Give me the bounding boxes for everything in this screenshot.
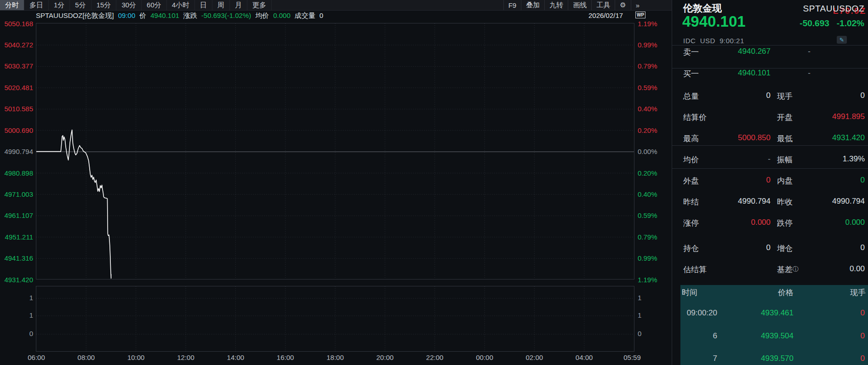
- time-axis-label: 02:00: [526, 354, 543, 361]
- pencil-icon: ✎: [839, 37, 844, 43]
- tab-period-4[interactable]: 15分: [91, 0, 117, 10]
- info-icon[interactable]: ⓘ: [793, 266, 799, 273]
- volume-chart-canvas[interactable]: [36, 286, 634, 352]
- time-axis-label: 20:00: [377, 354, 394, 361]
- price-label: 价: [139, 11, 146, 20]
- price-axis-label: 5050.168: [0, 20, 33, 28]
- bid-row[interactable]: 买一4940.101-: [672, 68, 868, 79]
- pct-axis-label: 0.59%: [638, 84, 657, 91]
- time-axis-label: 08:00: [78, 354, 95, 361]
- tick-row[interactable]: 09:00:204939.4610: [672, 308, 868, 320]
- price-chart-canvas[interactable]: [36, 23, 634, 279]
- tick-time: 09:00:20: [680, 308, 717, 318]
- tool-2[interactable]: 九转: [544, 0, 568, 10]
- edit-icon[interactable]: ✎: [837, 36, 847, 44]
- stat-label: 外盘: [683, 176, 699, 186]
- stat-value: 5000.850: [738, 133, 771, 143]
- pct-axis-label: 0.79%: [638, 62, 657, 70]
- tab-period-8[interactable]: 日: [195, 0, 212, 10]
- separator: [672, 145, 868, 146]
- tick-row[interactable]: 64939.5040: [672, 331, 868, 343]
- chart-time: 09:00: [118, 11, 136, 20]
- ask-row[interactable]: 卖一4940.267-: [672, 47, 868, 57]
- price-axis-label: 4980.898: [0, 169, 33, 177]
- tick-table-header: 时间价格现手: [672, 287, 868, 297]
- gear-icon[interactable]: ⚙: [615, 0, 630, 10]
- chart-header: SPTAUUSDOZ[伦敦金现] 09:00 价 4940.101 涨跌 -50…: [36, 11, 323, 20]
- holdings-row: 持仓0增仓0: [672, 243, 868, 254]
- tool-4[interactable]: 工具: [591, 0, 615, 10]
- tick-time: 6: [680, 331, 717, 341]
- bid-ask-volume: -: [808, 68, 811, 78]
- chart-symbol: SPTAUUSDOZ[伦敦金现]: [36, 11, 114, 20]
- toolbar-tabs: 分时多日1分5分15分30分60分4小时日周月更多: [0, 0, 272, 10]
- tab-period-9[interactable]: 周: [212, 0, 230, 10]
- toolbar: 分时多日1分5分15分30分60分4小时日周月更多 F9叠加九转画线工具⚙»: [0, 0, 672, 11]
- stat-value: 0.000: [751, 218, 771, 227]
- tool-0[interactable]: F9: [503, 0, 521, 10]
- bid-ask-price: 4940.101: [738, 68, 771, 78]
- volume-axis-label: 1: [638, 294, 641, 302]
- stats-row: 外盘0内盘0: [672, 176, 868, 186]
- pct-axis-label: 1.19%: [638, 276, 657, 284]
- tab-period-7[interactable]: 4小时: [167, 0, 195, 10]
- price-axis-label: 4951.211: [0, 233, 33, 241]
- volume-axis-label: 0: [0, 330, 33, 337]
- pct-axis-label: 0.20%: [638, 169, 657, 177]
- price-value: 4940.101: [150, 11, 179, 20]
- stat-label: 跌停: [777, 218, 793, 228]
- stat-value: 0: [861, 176, 865, 185]
- pct-axis-label: 1.19%: [638, 20, 657, 28]
- stat-label: 持仓: [683, 243, 699, 254]
- quote-time: 9:00:21: [720, 37, 744, 45]
- tab-period-1[interactable]: 多日: [24, 0, 49, 10]
- wp-badge[interactable]: WP: [635, 11, 645, 18]
- stat-value: 4991.895: [832, 112, 865, 121]
- pct-axis-label: 0.40%: [638, 105, 657, 113]
- volume-chart-svg: [36, 286, 634, 351]
- price-change: -50.693 -1.02%: [799, 18, 864, 29]
- bid-ask-label: 买一: [683, 68, 699, 79]
- pct-axis-label: 0.99%: [638, 41, 657, 49]
- tab-period-2[interactable]: 1分: [49, 0, 70, 10]
- quote-meta: IDC USD 9:00:21: [683, 37, 744, 45]
- chart-date: 2026/02/17: [588, 11, 623, 19]
- tab-period-10[interactable]: 月: [230, 0, 247, 10]
- tab-period-6[interactable]: 60分: [142, 0, 167, 10]
- change-pct: -1.02%: [837, 18, 864, 29]
- stats-row: 结算价开盘4991.895: [672, 112, 868, 123]
- tick-header-price: 价格: [778, 287, 794, 298]
- toolbar-expand-icon[interactable]: »: [631, 0, 644, 10]
- tick-header-time: 时间: [682, 287, 697, 298]
- time-axis-label: 00:00: [476, 354, 493, 361]
- stats-row: 总量0现手0: [672, 91, 868, 102]
- pct-axis-label: 0.99%: [638, 254, 657, 262]
- tick-price: 4939.570: [761, 354, 794, 363]
- last-price: 4940.101: [682, 13, 746, 30]
- tool-1[interactable]: 叠加: [521, 0, 544, 10]
- stat-value: 4990.794: [738, 197, 771, 206]
- price-axis-label: 5000.690: [0, 126, 33, 134]
- pct-axis-label: 0.40%: [638, 190, 657, 198]
- stat-label: 总量: [683, 91, 699, 102]
- tick-header-volume: 现手: [850, 287, 866, 298]
- stat-label: 现手: [777, 91, 793, 102]
- stat-value: 0: [766, 176, 771, 185]
- stat-value: 4990.794: [832, 197, 865, 206]
- stat-label: 增仓: [777, 243, 793, 254]
- change-label: 涨跌: [183, 11, 197, 20]
- tab-period-0[interactable]: 分时: [0, 0, 24, 10]
- tick-row[interactable]: 74939.5700: [672, 354, 868, 365]
- price-chart-svg: [36, 23, 634, 279]
- stat-value: -: [768, 154, 771, 164]
- separator: [672, 45, 868, 46]
- tool-3[interactable]: 画线: [568, 0, 591, 10]
- bid-ask-label: 卖一: [683, 47, 699, 57]
- avg-value: 0.000: [273, 11, 291, 20]
- time-axis-label: 22:00: [426, 354, 444, 361]
- price-axis-label: 4941.316: [0, 254, 33, 262]
- tab-period-11[interactable]: 更多: [247, 0, 272, 10]
- volume-axis-label: 0: [638, 330, 641, 337]
- tab-period-3[interactable]: 5分: [70, 0, 91, 10]
- tab-period-5[interactable]: 30分: [116, 0, 142, 10]
